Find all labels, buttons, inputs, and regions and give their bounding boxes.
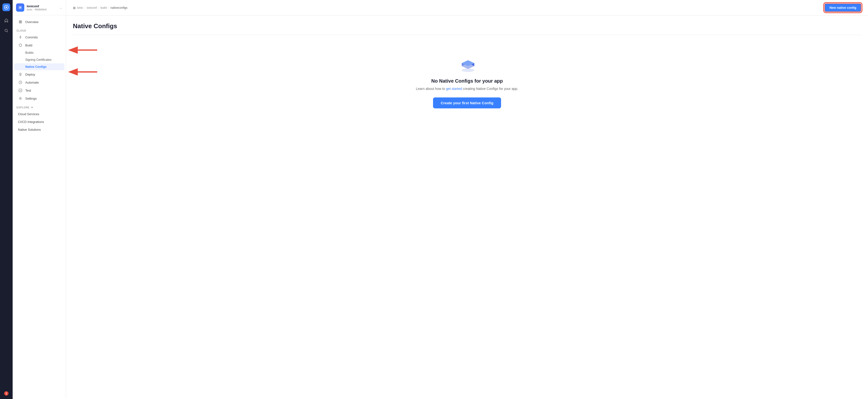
app-icon	[16, 3, 24, 12]
sidebar-item-native-configs[interactable]: Native Configs	[14, 63, 64, 70]
search-rail-icon[interactable]	[2, 26, 11, 35]
breadcrumb-build[interactable]: build	[101, 6, 107, 9]
sidebar-item-automate[interactable]: Automate	[14, 79, 64, 86]
deploy-label: Deploy	[25, 73, 35, 76]
app-name: Ioniconf	[27, 4, 60, 8]
build-label: Build	[25, 43, 32, 47]
settings-icon	[18, 96, 23, 100]
svg-point-1	[6, 6, 7, 8]
breadcrumb-ioniconf[interactable]: ioniconf	[87, 6, 97, 9]
app-sub: Ionic · 48d8d9e9	[27, 8, 60, 11]
sidebar: Ioniconf Ionic · 48d8d9e9 ⌄ Overview CLO…	[13, 0, 66, 399]
sidebar-item-builds[interactable]: Builds	[14, 49, 64, 56]
app-logo-icon[interactable]	[2, 3, 10, 11]
page-title: Native Configs	[73, 22, 861, 30]
sidebar-item-deploy[interactable]: Deploy	[14, 70, 64, 78]
cloud-section-label: CLOUD	[13, 26, 66, 33]
cloud-services-label: Cloud Services	[18, 112, 39, 116]
test-label: Test	[25, 89, 31, 92]
overview-label: Overview	[25, 20, 38, 24]
breadcrumb-icon: ▦	[73, 6, 75, 9]
main-content: ▦ ionic / ioniconf / build / nativeconfi…	[66, 0, 868, 399]
divider	[73, 35, 861, 35]
app-selector[interactable]: Ioniconf Ionic · 48d8d9e9 ⌄	[13, 0, 66, 15]
home-rail-icon[interactable]	[2, 16, 11, 25]
breadcrumb-sep-2: /	[98, 6, 99, 9]
sidebar-nav: Overview CLOUD Commits Build Builds	[13, 15, 66, 399]
test-icon	[18, 88, 23, 92]
cicd-label: CI/CD Integrations	[18, 120, 44, 124]
native-configs-label: Native Configs	[25, 65, 46, 68]
commits-icon	[18, 35, 23, 39]
deploy-icon	[18, 72, 23, 76]
build-icon	[18, 43, 23, 47]
svg-point-4	[20, 37, 21, 38]
automate-icon	[18, 81, 23, 84]
icon-rail: 1	[0, 0, 13, 399]
automate-label: Automate	[25, 81, 39, 84]
breadcrumb-current: nativeconfigs	[110, 6, 127, 9]
sidebar-item-settings[interactable]: Settings	[14, 94, 64, 102]
new-native-config-button[interactable]: New native config	[825, 3, 861, 12]
empty-state-desc: Learn about how to get started creating …	[416, 87, 518, 91]
top-bar: ▦ ionic / ioniconf / build / nativeconfi…	[66, 0, 868, 16]
breadcrumb-sep-1: /	[85, 6, 85, 9]
sidebar-item-cloud-services[interactable]: Cloud Services	[14, 110, 64, 118]
settings-label: Settings	[25, 97, 37, 100]
app-info: Ioniconf Ionic · 48d8d9e9	[27, 4, 60, 11]
sidebar-item-commits[interactable]: Commits	[14, 33, 64, 41]
create-native-config-button[interactable]: Create your first Native Config	[433, 97, 501, 109]
builds-label: Builds	[25, 51, 34, 55]
empty-state-illustration	[458, 57, 476, 71]
explore-section-label: EXPLORE ✦	[13, 102, 66, 110]
explore-icon: ✦	[31, 106, 33, 109]
svg-point-8	[462, 68, 474, 72]
sidebar-item-build[interactable]: Build	[14, 41, 64, 49]
get-started-link[interactable]: get started	[446, 87, 462, 91]
sidebar-item-test[interactable]: Test	[14, 87, 64, 94]
sidebar-item-cicd-integrations[interactable]: CI/CD Integrations	[14, 118, 64, 126]
breadcrumb: ▦ ionic / ioniconf / build / nativeconfi…	[73, 6, 128, 9]
commits-label: Commits	[25, 35, 38, 39]
page-body: Native Configs No Native Configs	[66, 16, 868, 399]
sidebar-item-signing-certificates[interactable]: Signing Certificates	[14, 56, 64, 63]
native-solutions-label: Native Solutions	[18, 128, 41, 131]
svg-point-7	[20, 98, 21, 99]
svg-point-2	[5, 29, 7, 32]
sidebar-item-native-solutions[interactable]: Native Solutions	[14, 126, 64, 133]
empty-state: No Native Configs for your app Learn abo…	[73, 42, 861, 123]
breadcrumb-sep-3: /	[108, 6, 109, 9]
chevron-down-icon: ⌄	[60, 6, 62, 9]
overview-icon	[18, 20, 23, 24]
empty-state-title: No Native Configs for your app	[431, 78, 503, 84]
sidebar-item-overview[interactable]: Overview	[14, 18, 64, 26]
notification-badge: 1	[4, 391, 8, 396]
breadcrumb-ionic[interactable]: ionic	[77, 6, 83, 9]
signing-certs-label: Signing Certificates	[25, 58, 52, 61]
